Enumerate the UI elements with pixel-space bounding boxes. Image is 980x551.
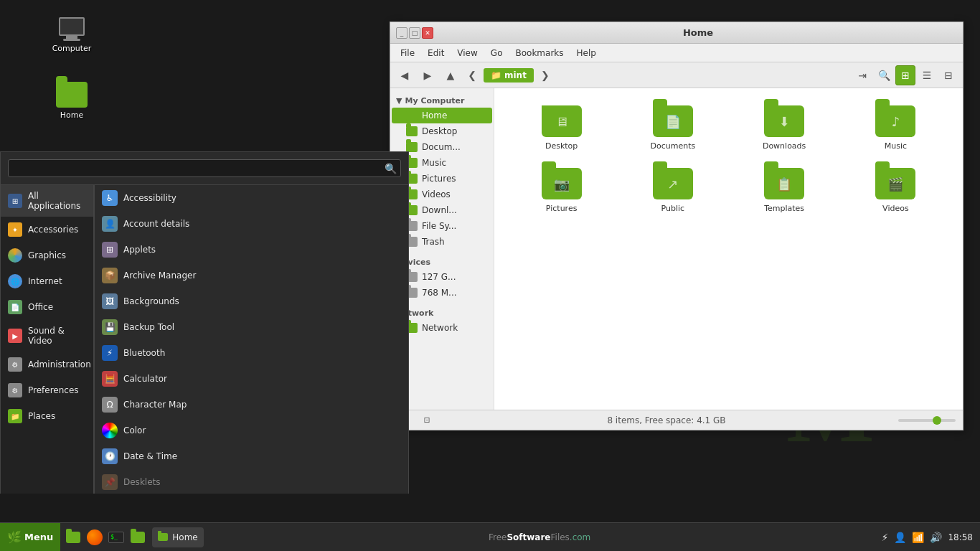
taskbar-app-firefox[interactable] xyxy=(85,527,105,547)
fm-templates-folder: 📋 xyxy=(764,168,804,199)
menu-app-bluetooth[interactable]: ⚡ Bluetooth xyxy=(95,340,408,366)
fm-menu-view[interactable]: View xyxy=(451,47,483,60)
desktop-icon-computer[interactable]: Computer xyxy=(43,14,100,56)
fm-zoom-track[interactable] xyxy=(898,419,956,422)
terminal-icon: $_ xyxy=(108,532,124,543)
fm-location-forward[interactable]: ❯ xyxy=(537,67,554,84)
fm-desktop-icon: 🖥 xyxy=(546,110,578,133)
applets-icon: ⊞ xyxy=(102,242,118,258)
fm-sidebar-dev2-label: 768 M... xyxy=(422,288,457,298)
fm-videos-label: Videos xyxy=(882,204,909,213)
fm-docs-icon: 📄 xyxy=(657,110,689,133)
files-icon xyxy=(66,532,80,543)
fm-mycomputer-label: My Computer xyxy=(405,96,464,105)
menu-app-charmap[interactable]: Ω Character Map xyxy=(95,392,408,418)
menu-app-datetime[interactable]: 🕐 Date & Time xyxy=(95,443,408,469)
fm-compact-view-button[interactable]: ⊟ xyxy=(938,65,958,85)
fm-zoom-control[interactable] xyxy=(898,419,956,422)
menu-search-input[interactable] xyxy=(8,159,401,177)
menu-app-archive[interactable]: 📦 Archive Manager xyxy=(95,263,408,288)
free-label: Free xyxy=(489,532,507,542)
taskbar-app-terminal[interactable]: $_ xyxy=(106,527,126,547)
fm-body: ▼ My Computer Home Desktop Docum... xyxy=(390,88,963,410)
menu-app-datetime-label: Date & Time xyxy=(123,451,177,461)
menu-cat-all[interactable]: ⊞ All Applications xyxy=(1,185,93,217)
menu-cat-preferences[interactable]: ⚙ Preferences xyxy=(1,377,93,403)
fm-file-pictures[interactable]: 📷 Pictures xyxy=(506,162,617,219)
fm-grid-view-button[interactable]: ⊞ xyxy=(895,65,915,85)
menu-app-accessibility[interactable]: ♿ Accessibility xyxy=(95,185,408,211)
menu-app-account[interactable]: 👤 Account details xyxy=(95,211,408,237)
taskbar-window-home[interactable]: Home xyxy=(152,527,203,547)
menu-app-applets-label: Applets xyxy=(123,245,156,255)
all-apps-icon: ⊞ xyxy=(8,194,22,208)
desktop: M Computer Home _ □ ✕ Home File xyxy=(0,0,980,522)
fm-file-documents[interactable]: 📄 Documents xyxy=(617,100,728,156)
fm-file-public[interactable]: ↗ Public xyxy=(617,162,728,219)
fm-file-videos[interactable]: 🎬 Videos xyxy=(840,162,951,219)
menu-cat-places-label: Places xyxy=(28,411,55,421)
fm-sidebar-home-label: Home xyxy=(422,110,447,121)
fm-sidebar-dev1-label: 127 G... xyxy=(422,272,456,282)
fm-location-label: mint xyxy=(504,70,527,80)
taskbar-app-folder2[interactable] xyxy=(128,527,148,547)
fm-file-downloads[interactable]: ⬇ Downloads xyxy=(729,100,840,156)
network-tray-icon[interactable]: 📶 xyxy=(912,532,924,543)
fm-list-view-button[interactable]: ☰ xyxy=(917,65,937,85)
menu-app-desklets[interactable]: 📌 Desklets xyxy=(95,469,408,494)
fm-file-templates[interactable]: 📋 Templates xyxy=(729,162,840,219)
taskbar-start-button[interactable]: 🌿 Menu xyxy=(0,523,60,551)
fm-status-icon2[interactable]: ⊡ xyxy=(419,413,435,428)
fm-search-button[interactable]: 🔍 xyxy=(874,65,894,85)
menu-app-applets[interactable]: ⊞ Applets xyxy=(95,237,408,263)
fm-file-desktop[interactable]: 🖥 Desktop xyxy=(506,100,617,156)
fm-location-bar: ❮ 📁 mint ❯ xyxy=(463,67,849,84)
fm-maximize-button[interactable]: □ xyxy=(409,27,420,39)
menu-cat-accessories[interactable]: ✦ Accessories xyxy=(1,217,93,242)
menu-body: ⊞ All Applications ✦ Accessories Graphic… xyxy=(1,185,408,494)
menu-search-wrapper: 🔍 xyxy=(8,159,401,177)
fm-location-current[interactable]: 📁 mint xyxy=(484,68,534,83)
fm-menu-go[interactable]: Go xyxy=(485,47,509,60)
taskbar-quick-launch: $_ xyxy=(60,523,151,551)
taskbar-system-tray: ⚡ 👤 📶 🔊 18:58 xyxy=(875,523,980,551)
fm-up-button[interactable]: ▲ xyxy=(440,65,461,85)
prefs-cat-icon: ⚙ xyxy=(8,383,22,397)
fm-titlebar: _ □ ✕ Home xyxy=(390,22,963,44)
fm-zoom-thumb[interactable] xyxy=(933,416,941,425)
volume-tray-icon[interactable]: 🔊 xyxy=(930,532,942,543)
fm-home-folder-icon xyxy=(406,110,418,121)
menu-cat-sound-video[interactable]: ▶ Sound & Video xyxy=(1,320,93,352)
fm-forward-button[interactable]: ▶ xyxy=(418,65,438,85)
fm-file-music[interactable]: ♪ Music xyxy=(840,100,951,156)
fm-menu-bookmarks[interactable]: Bookmarks xyxy=(509,47,569,60)
fm-close-button[interactable]: ✕ xyxy=(422,27,433,39)
menu-cat-administration[interactable]: ⚙ Administration xyxy=(1,352,93,377)
menu-cat-places[interactable]: 📁 Places xyxy=(1,403,93,429)
backgrounds-icon: 🖼 xyxy=(102,293,118,309)
menu-app-backgrounds[interactable]: 🖼 Backgrounds xyxy=(95,288,408,314)
bluetooth-tray-icon[interactable]: ⚡ xyxy=(882,532,889,543)
fm-music-icon: ♪ xyxy=(880,110,911,133)
user-tray-icon[interactable]: 👤 xyxy=(894,532,906,543)
taskbar-app-files[interactable] xyxy=(63,527,83,547)
menu-app-calculator[interactable]: 🧮 Calculator xyxy=(95,366,408,392)
fm-minimize-button[interactable]: _ xyxy=(396,27,407,39)
menu-app-bluetooth-label: Bluetooth xyxy=(123,348,165,358)
graphics-cat-icon xyxy=(8,248,22,263)
menu-cat-office[interactable]: 📄 Office xyxy=(1,294,93,320)
desktop-icon-home[interactable]: Home xyxy=(43,79,100,123)
fm-back-button[interactable]: ◀ xyxy=(395,65,415,85)
fm-menu-file[interactable]: File xyxy=(395,47,420,60)
fm-location-back[interactable]: ❮ xyxy=(463,67,481,84)
fm-sidebar-home[interactable]: Home xyxy=(392,108,492,123)
menu-cat-internet[interactable]: 🌐 Internet xyxy=(1,268,93,294)
menu-app-color[interactable]: Color xyxy=(95,418,408,443)
fm-menu-help[interactable]: Help xyxy=(571,47,602,60)
fm-menu-edit[interactable]: Edit xyxy=(422,47,450,60)
fm-sidebar-desktop[interactable]: Desktop xyxy=(392,123,492,139)
menu-app-backup[interactable]: 💾 Backup Tool xyxy=(95,314,408,340)
fm-mycomputer-header[interactable]: ▼ My Computer xyxy=(390,94,494,108)
fm-path-button[interactable]: ⇥ xyxy=(852,65,872,85)
menu-cat-graphics[interactable]: Graphics xyxy=(1,242,93,268)
